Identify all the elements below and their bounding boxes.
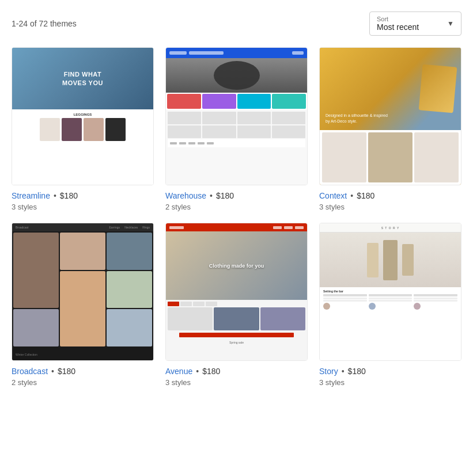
theme-thumbnail-broadcast: Broadcast Earrings Necklaces Rings: [12, 223, 154, 361]
theme-card-warehouse[interactable]: Warehouse • $180 2 styles: [165, 47, 308, 211]
theme-styles-broadcast: 2 styles: [12, 378, 154, 387]
separator: •: [342, 367, 345, 376]
sort-left: Sort Most recent: [377, 16, 419, 32]
theme-info-context: Context • $180 3 styles: [319, 191, 461, 211]
theme-name-link-avenue[interactable]: Avenue: [165, 367, 192, 376]
theme-card-story[interactable]: S T O R Y Setting the bar: [319, 223, 461, 387]
theme-thumbnail-story: S T O R Y Setting the bar: [319, 223, 461, 361]
sort-dropdown[interactable]: Sort Most recent ▼: [369, 12, 461, 36]
themes-count: 1-24 of 72 themes: [12, 19, 77, 28]
theme-price-context: $180: [357, 191, 374, 200]
theme-price-broadcast: $180: [58, 367, 75, 376]
separator: •: [54, 191, 56, 200]
theme-styles-story: 3 styles: [319, 378, 461, 387]
theme-price-warehouse: $180: [216, 191, 234, 200]
theme-info-streamline: Streamline • $180 3 styles: [12, 191, 154, 211]
theme-styles-avenue: 3 styles: [165, 378, 308, 387]
theme-name-link-context[interactable]: Context: [319, 191, 347, 200]
theme-info-broadcast: Broadcast • $180 2 styles: [12, 367, 154, 387]
theme-name-row: Context • $180: [319, 191, 461, 200]
theme-price-streamline: $180: [60, 191, 78, 200]
separator: •: [196, 367, 199, 376]
theme-styles-warehouse: 2 styles: [165, 203, 308, 211]
sort-label: Sort: [377, 16, 419, 22]
theme-info-story: Story • $180 3 styles: [319, 367, 461, 387]
theme-name-row: Warehouse • $180: [165, 191, 308, 200]
theme-name-row: Story • $180: [319, 367, 461, 376]
theme-name-link-broadcast[interactable]: Broadcast: [12, 367, 48, 376]
themes-grid: FIND WHATMOVES YOU LEGGINGS: [12, 47, 461, 387]
theme-card-streamline[interactable]: FIND WHATMOVES YOU LEGGINGS: [12, 47, 154, 211]
chevron-down-icon: ▼: [447, 20, 454, 28]
page-container: 1-24 of 72 themes Sort Most recent ▼ FIN…: [12, 12, 461, 387]
theme-name-row: Streamline • $180: [12, 191, 154, 200]
sort-value: Most recent: [377, 22, 419, 32]
separator: •: [350, 191, 353, 200]
theme-styles-streamline: 3 styles: [12, 203, 154, 211]
theme-card-context[interactable]: Designed in a silhouette & inspiredby Ar…: [319, 47, 461, 211]
header: 1-24 of 72 themes Sort Most recent ▼: [12, 12, 461, 36]
theme-thumbnail-warehouse: [165, 47, 308, 185]
theme-price-story: $180: [348, 367, 366, 376]
theme-card-broadcast[interactable]: Broadcast Earrings Necklaces Rings: [12, 223, 154, 387]
theme-name-row: Broadcast • $180: [12, 367, 154, 376]
theme-name-row: Avenue • $180: [165, 367, 308, 376]
theme-info-avenue: Avenue • $180 3 styles: [165, 367, 308, 387]
theme-thumbnail-context: Designed in a silhouette & inspiredby Ar…: [319, 47, 461, 185]
theme-name-link-streamline[interactable]: Streamline: [12, 191, 50, 200]
theme-price-avenue: $180: [202, 367, 220, 376]
theme-name-link-warehouse[interactable]: Warehouse: [165, 191, 206, 200]
separator: •: [51, 367, 54, 376]
theme-card-avenue[interactable]: Clothing made for you: [165, 223, 308, 387]
separator: •: [210, 191, 213, 200]
theme-styles-context: 3 styles: [319, 203, 461, 211]
theme-thumbnail-avenue: Clothing made for you: [165, 223, 308, 361]
theme-thumbnail-streamline: FIND WHATMOVES YOU LEGGINGS: [12, 47, 154, 185]
theme-name-link-story[interactable]: Story: [319, 367, 338, 376]
theme-info-warehouse: Warehouse • $180 2 styles: [165, 191, 308, 211]
